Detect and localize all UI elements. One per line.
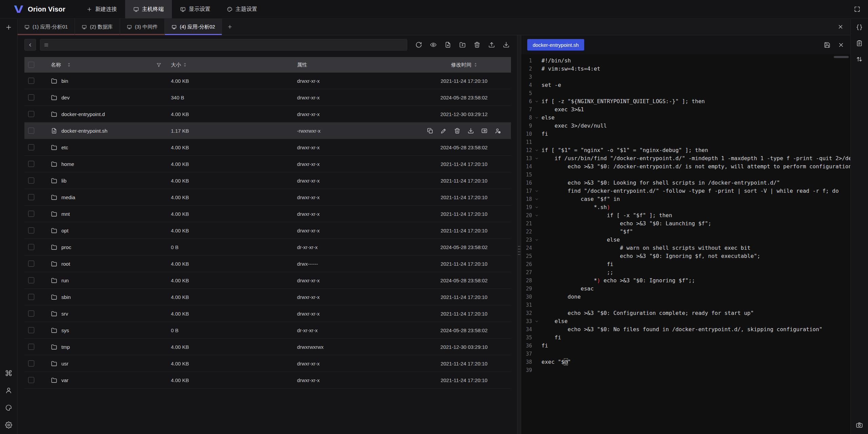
menu-item-plus[interactable]: 新建连接	[78, 0, 125, 18]
row-checkbox[interactable]	[28, 360, 34, 366]
delete-icon[interactable]	[474, 41, 480, 48]
row-checkbox[interactable]	[28, 327, 34, 333]
transfer-icon[interactable]	[481, 128, 488, 134]
row-checkbox[interactable]	[28, 377, 34, 383]
file-name[interactable]: docker-entrypoint.d	[61, 111, 105, 117]
add-tab-button[interactable]	[222, 19, 238, 35]
row-checkbox[interactable]	[28, 111, 34, 117]
sort-name-icon[interactable]	[67, 62, 71, 67]
new-file-icon[interactable]	[445, 41, 451, 48]
file-name[interactable]: dev	[61, 95, 70, 100]
file-name[interactable]: docker-entrypoint.sh	[61, 128, 107, 134]
delete-icon[interactable]	[454, 128, 460, 134]
fold-chevron-icon[interactable]	[532, 97, 541, 106]
table-row[interactable]: usr4.00 KBdrwxr-xr-x2021-11-24 17:20:10	[24, 355, 511, 372]
row-checkbox[interactable]	[28, 227, 34, 233]
fold-chevron-icon[interactable]	[532, 114, 541, 122]
row-checkbox[interactable]	[28, 78, 34, 84]
braces-icon[interactable]	[856, 24, 863, 31]
screenshot-icon[interactable]	[856, 421, 863, 429]
table-row[interactable]: tmp4.00 KBdrwxrwxrwx2021-12-30 03:29:10	[24, 339, 511, 355]
file-name[interactable]: tmp	[61, 344, 70, 350]
table-row[interactable]: lib4.00 KBdrwxr-xr-x2021-11-24 17:20:10	[24, 172, 511, 189]
copy-icon[interactable]	[427, 128, 433, 134]
row-checkbox[interactable]	[28, 161, 34, 167]
row-checkbox[interactable]	[28, 310, 34, 317]
terminal-tab[interactable]: (2) 数据库	[75, 19, 120, 35]
fold-chevron-icon[interactable]	[532, 146, 541, 154]
service-icon[interactable]	[5, 404, 12, 411]
table-row[interactable]: dev340 Bdrwxr-xr-x2024-05-28 23:58:02	[24, 89, 511, 106]
file-name[interactable]: home	[61, 161, 74, 167]
menu-item-display[interactable]: 显示设置	[172, 0, 219, 18]
refresh-icon[interactable]	[415, 41, 422, 48]
preview-icon[interactable]	[430, 41, 437, 48]
row-checkbox[interactable]	[28, 194, 34, 200]
fold-chevron-icon[interactable]	[532, 187, 541, 195]
row-checkbox[interactable]	[28, 344, 34, 350]
file-name[interactable]: opt	[61, 228, 68, 233]
terminal-tab[interactable]: (3) 中间件	[120, 19, 165, 35]
row-checkbox[interactable]	[28, 177, 34, 184]
close-tab-button[interactable]	[837, 24, 844, 30]
path-input[interactable]	[52, 42, 403, 48]
editor-file-tab[interactable]: docker-entrypoint.sh	[527, 39, 584, 51]
download-icon[interactable]	[468, 128, 474, 134]
file-name[interactable]: usr	[61, 361, 68, 366]
table-row[interactable]: sbin4.00 KBdrwxr-xr-x2021-11-24 17:20:10	[24, 289, 511, 305]
row-checkbox[interactable]	[28, 244, 34, 250]
file-name[interactable]: srv	[61, 311, 68, 317]
table-row[interactable]: home4.00 KBdrwxr-xr-x2021-11-24 17:20:10	[24, 156, 511, 172]
file-name[interactable]: proc	[61, 244, 71, 250]
permission-icon[interactable]	[495, 128, 501, 134]
fold-chevron-icon[interactable]	[532, 236, 541, 244]
file-name[interactable]: media	[61, 194, 75, 200]
menu-item-terminal[interactable]: 主机终端	[125, 0, 172, 18]
settings-icon[interactable]	[5, 421, 12, 429]
command-icon[interactable]	[5, 370, 12, 377]
row-checkbox[interactable]	[28, 277, 34, 283]
file-name[interactable]: bin	[61, 78, 68, 84]
table-row[interactable]: opt4.00 KBdrwxr-xr-x2021-11-24 17:20:10	[24, 222, 511, 239]
table-row[interactable]: etc4.00 KBdrwxr-xr-x2024-05-28 23:58:02	[24, 139, 511, 156]
file-name[interactable]: lib	[61, 178, 66, 184]
new-folder-icon[interactable]	[459, 41, 466, 48]
new-icon[interactable]	[5, 24, 12, 31]
terminal-tab[interactable]: (1) 应用-分析01	[18, 19, 75, 35]
table-row[interactable]: bin4.00 KBdrwxr-xr-x2021-11-24 17:20:10	[24, 73, 511, 89]
file-name[interactable]: etc	[61, 145, 68, 150]
table-row[interactable]: media4.00 KBdrwxr-xr-x2021-11-24 17:20:1…	[24, 189, 511, 206]
file-name[interactable]: sbin	[61, 294, 71, 300]
row-checkbox[interactable]	[28, 211, 34, 217]
editor-code[interactable]: 1#!/bin/sh2# vim:sw=4:ts=4:et34set -e56i…	[521, 54, 850, 434]
table-row[interactable]: srv4.00 KBdrwxr-xr-x2021-11-24 17:20:10	[24, 305, 511, 322]
terminal-tab[interactable]: (4) 应用-分析02	[165, 19, 222, 35]
scrollbar-thumb[interactable]	[834, 56, 849, 58]
download-icon[interactable]	[503, 41, 510, 48]
row-checkbox[interactable]	[28, 261, 34, 267]
table-row[interactable]: sys0 Bdr-xr-xr-x2024-05-28 23:58:02	[24, 322, 511, 339]
table-row[interactable]: run4.00 KBdrwxr-xr-x2024-05-28 23:58:02	[24, 272, 511, 289]
upload-icon[interactable]	[488, 41, 495, 48]
fold-chevron-icon[interactable]	[532, 154, 541, 163]
path-list-icon[interactable]	[44, 42, 49, 48]
select-all-checkbox[interactable]	[28, 62, 34, 68]
table-row[interactable]: root4.00 KBdrwx------2021-11-24 17:20:10	[24, 256, 511, 272]
menu-item-theme[interactable]: 主题设置	[219, 0, 265, 18]
fold-chevron-icon[interactable]	[532, 211, 541, 220]
sort-mtime-icon[interactable]	[474, 62, 477, 67]
file-name[interactable]: sys	[61, 327, 69, 333]
row-checkbox[interactable]	[28, 94, 34, 100]
row-checkbox[interactable]	[28, 128, 34, 134]
row-checkbox[interactable]	[28, 294, 34, 300]
user-icon[interactable]	[5, 387, 12, 394]
edit-icon[interactable]	[440, 128, 447, 134]
fold-chevron-icon[interactable]	[532, 195, 541, 203]
table-row[interactable]: var4.00 KBdrwxr-xr-x2021-11-24 17:20:10	[24, 372, 511, 389]
filter-icon[interactable]	[156, 62, 161, 68]
fullscreen-icon[interactable]	[846, 0, 868, 18]
clipboard-icon[interactable]	[856, 40, 863, 47]
close-editor-icon[interactable]	[838, 42, 844, 48]
table-row[interactable]: docker-entrypoint.d4.00 KBdrwxr-xr-x2021…	[24, 106, 511, 122]
save-icon[interactable]	[824, 42, 830, 48]
